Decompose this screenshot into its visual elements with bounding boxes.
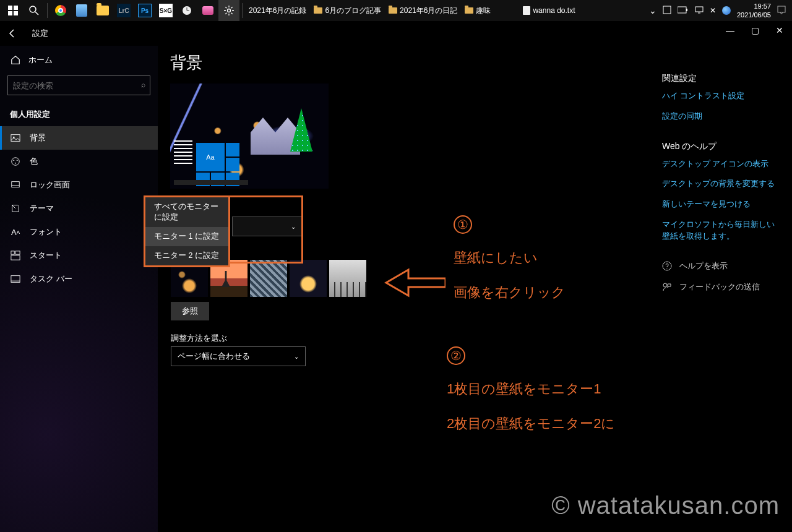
svg-point-9 [228,9,231,12]
start-button[interactable] [2,0,24,21]
taskbar: LrC Ps S×G 2021年6月の記録 6月のブログ記事 2021年6月の日… [0,0,792,21]
taskbar-tab-0[interactable]: 2021年6月の記録 [245,0,310,21]
app-icon-2[interactable] [197,0,218,21]
taskbar-tab-2[interactable]: 2021年6月の日記 [385,0,461,21]
background-dropdown[interactable]: ⌄ [232,217,303,236]
fit-dropdown[interactable]: ページ幅に合わせる ⌄ [171,346,306,366]
tray-icon[interactable] [663,6,671,16]
rail-link[interactable]: デスクトップの背景を変更する [662,178,780,190]
app-icon-1[interactable]: S×G [155,0,176,21]
tray-battery-icon[interactable] [678,6,689,15]
svg-line-5 [35,12,38,15]
taskbar-tab-1[interactable]: 6月のブログ記事 [310,0,385,21]
clock-time: 19:57 [737,2,771,11]
sidebar-item-label: タスク バー [30,273,72,285]
tray-notification-icon[interactable] [777,6,786,16]
rail-heading-webhelp: Web のヘルプ [662,141,780,152]
clock-date: 2021/06/05 [737,11,771,19]
tray-network-icon[interactable] [695,6,704,16]
tray-chevron-icon[interactable]: ⌄ [649,6,656,15]
svg-rect-25 [15,251,20,254]
start-tiles-icon [10,250,21,261]
sidebar-item-lockscreen[interactable]: ロック画面 [0,173,158,197]
context-menu: すべてのモニターに設定 モニター 1 に設定 モニター 2 に設定 [144,195,230,267]
chevron-down-icon: ⌄ [294,353,299,360]
help-label: ヘルプを表示 [679,260,728,272]
search-icon[interactable] [24,0,45,21]
tray-close-icon[interactable]: ✕ [710,6,716,15]
svg-text:?: ? [665,263,669,270]
chrome-icon[interactable] [50,0,71,21]
search-icon: ⌕ [141,80,145,89]
search-input[interactable] [7,75,150,95]
settings-icon[interactable] [218,0,239,21]
rail-link[interactable]: 新しいテーマを見つける [662,199,780,210]
feedback-link[interactable]: フィードバックの送信 [662,281,780,293]
annotation-text-1a: 壁紙にしたい [454,246,538,269]
tab-label: 趣味 [476,6,491,16]
home-label: ホーム [28,54,53,66]
wallpaper-thumb[interactable] [290,260,327,297]
sidebar-item-colors[interactable]: 色 [0,150,158,173]
wallpaper-thumb[interactable] [329,260,366,297]
svg-point-18 [12,158,19,165]
svg-rect-0 [8,6,12,10]
svg-rect-2 [8,11,12,15]
notepad-icon[interactable] [71,0,92,21]
feedback-label: フィードバックの送信 [679,281,760,293]
svg-rect-22 [12,182,19,187]
taskbar-tab-3[interactable]: 趣味 [461,0,494,21]
annotation-number-1: ① [454,213,472,236]
folder-icon [465,7,473,14]
svg-point-31 [663,283,667,287]
rail-heading-related: 関連設定 [662,73,780,84]
minimize-button[interactable]: ― [718,21,742,40]
maximize-button[interactable]: ▢ [742,21,767,40]
help-link[interactable]: ? ヘルプを表示 [662,260,780,272]
fit-label: 調整方法を選ぶ [171,333,227,344]
taskbar-tab-4[interactable]: wanna do.txt [519,0,579,21]
svg-rect-24 [11,251,14,254]
right-rail: 関連設定 ハイ コントラスト設定 設定の同期 Web のヘルプ デスクトップ ア… [662,69,780,302]
context-menu-item-all[interactable]: すべてのモニターに設定 [145,197,228,227]
lightroom-icon[interactable]: LrC [113,0,134,21]
tray-weather-icon[interactable] [722,6,731,15]
svg-rect-26 [11,255,20,260]
fit-value: ページ幅に合わせる [178,351,250,362]
svg-rect-3 [14,11,18,15]
taskbar-icon [10,273,21,285]
svg-point-4 [30,6,36,12]
sidebar-item-themes[interactable]: テーマ [0,197,158,220]
clock-app-icon[interactable] [176,0,197,21]
home-button[interactable]: ホーム [0,49,158,71]
rail-link[interactable]: マイクロソフトから毎日新しい壁紙を取得します。 [662,219,780,242]
folder-icon [314,7,322,14]
annotation-text-2b: 2枚目の壁紙をモニター2に [447,412,615,435]
context-menu-item-monitor2[interactable]: モニター 2 に設定 [145,246,228,265]
rail-link[interactable]: 設定の同期 [662,111,780,122]
svg-rect-16 [11,135,20,142]
back-button[interactable] [5,26,20,41]
font-icon: AA [10,226,21,238]
window-controls: ― ▢ ✕ [718,21,792,40]
sidebar-item-taskbar[interactable]: タスク バー [0,267,158,291]
browse-button[interactable]: 参照 [171,302,209,320]
file-icon [523,6,530,15]
explorer-icon[interactable] [92,0,113,21]
svg-rect-12 [686,9,687,11]
preview-tile-text: Aa [196,143,225,171]
close-button[interactable]: ✕ [767,21,792,40]
sidebar: ホーム ⌕ 個人用設定 背景 色 ロック画面 テーマ AA フォント スタート … [0,46,158,532]
tray-clock[interactable]: 19:57 2021/06/05 [737,2,771,19]
svg-rect-15 [778,6,785,12]
sidebar-item-fonts[interactable]: AA フォント [0,220,158,244]
rail-link[interactable]: デスクトップ アイコンの表示 [662,158,780,170]
rail-link[interactable]: ハイ コントラスト設定 [662,90,780,102]
sidebar-item-start[interactable]: スタート [0,244,158,267]
sidebar-item-background[interactable]: 背景 [0,126,158,150]
photoshop-icon[interactable]: Ps [134,0,155,21]
context-menu-item-monitor1[interactable]: モニター 1 に設定 [145,227,228,246]
watermark: © watatakusan.com [551,492,780,520]
annotation-arrow [384,267,446,301]
wallpaper-thumb[interactable] [250,260,287,297]
